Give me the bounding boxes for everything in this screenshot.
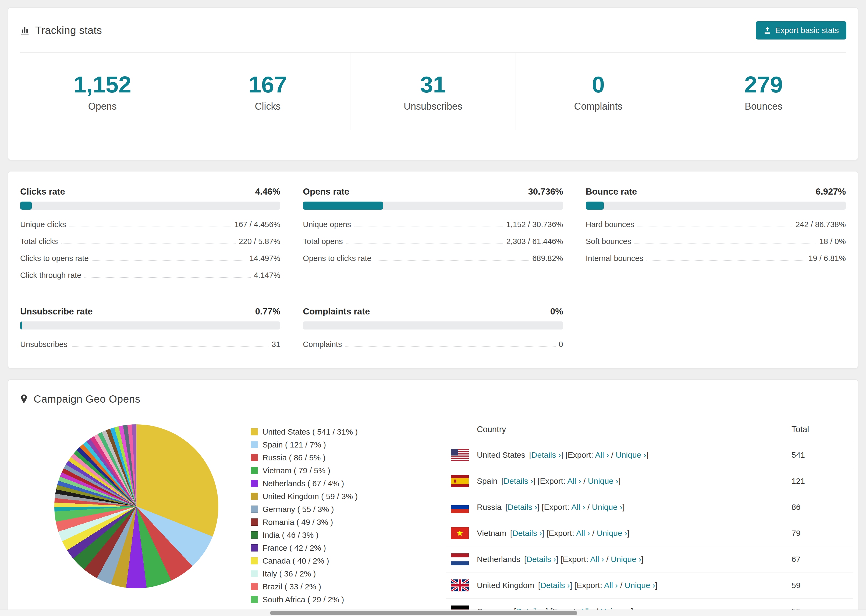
geo-table-row-united-kingdom: United Kingdom [Details ›] [Export: All … [446,572,853,599]
rate-head: Unsubscribe rate0.77% [20,306,280,317]
stat-line-label: Total opens [303,237,343,246]
export-all-link[interactable]: All › [590,555,604,564]
rate-value: 4.46% [255,187,280,197]
location-pin-icon [20,394,28,404]
dotted-leader [71,346,268,347]
country-total: 121 [792,476,848,486]
export-all-link[interactable]: All › [595,451,609,459]
dotted-leader [85,277,251,278]
flag-es-icon [451,475,469,487]
export-unique-link[interactable]: Unique › [625,581,655,590]
legend-swatch [251,557,258,564]
export-basic-stats-button[interactable]: Export basic stats [756,21,846,39]
legend-swatch [251,454,258,461]
rate-rows: Unsubscribes31 [20,336,280,353]
export-unique-link[interactable]: Unique › [588,476,618,486]
legend-label: Vietnam ( 79 / 5% ) [263,466,330,475]
stat-line-complaints: Complaints0 [303,336,563,353]
details-link[interactable]: Details › [512,529,542,537]
legend-swatch [251,480,258,487]
stat-box-unsubscribes: 31Unsubscribes [350,53,516,130]
legend-swatch [251,493,258,500]
stat-line-label: Unique clicks [20,220,66,229]
stat-line-label: Complaints [303,340,342,349]
country-name: United States [477,451,525,459]
legend-item-france: France ( 42 / 2% ) [251,542,375,555]
stat-line-unique-opens: Unique opens1,152 / 30.736% [303,216,563,233]
progress-bar-fill [20,201,32,210]
country-cell: Vietnam [Details ›] [Export: All › / Uni… [477,529,792,538]
rate-block-opens-rate: Opens rate30.736%Unique opens1,152 / 30.… [303,187,563,284]
legend-swatch [251,506,258,513]
stat-line-label: Opens to clicks rate [303,254,372,263]
legend-label: Germany ( 55 / 3% ) [263,505,334,514]
rate-title: Bounce rate [586,187,637,197]
country-name: United Kingdom [477,581,534,590]
legend-label: Brazil ( 33 / 2% ) [263,582,321,591]
pie-chart-area [19,417,218,599]
flag-us-icon [451,449,469,461]
legend-swatch [251,467,258,474]
rate-rows: Hard bounces242 / 86.738%Soft bounces18 … [586,216,846,267]
rate-head: Opens rate30.736% [303,187,563,197]
legend-label: Italy ( 36 / 2% ) [263,569,316,578]
stat-line-value: 167 / 4.456% [234,220,280,229]
legend-label: United States ( 541 / 31% ) [263,427,358,437]
legend-swatch [251,544,258,552]
legend-item-russia: Russia ( 86 / 5% ) [251,451,375,464]
export-all-link[interactable]: All › [604,581,618,590]
export-unique-link[interactable]: Unique › [592,503,622,511]
horizontal-scrollbar-thumb[interactable] [270,611,577,615]
stat-line-label: Clicks to opens rate [20,254,89,263]
legend-swatch [251,441,258,448]
stat-box-opens: 1,152Opens [20,53,185,130]
stat-line-label: Unsubscribes [20,340,68,349]
flag-ru-icon [451,501,469,513]
stat-line-label: Hard bounces [586,220,635,229]
geo-table-row-vietnam: Vietnam [Details ›] [Export: All › / Uni… [446,520,853,546]
export-unique-link[interactable]: Unique › [597,529,627,537]
dotted-leader [638,226,792,227]
details-link[interactable]: Details › [507,503,537,511]
country-name: Vietnam [477,529,506,537]
legend-item-vietnam: Vietnam ( 79 / 5% ) [251,464,375,477]
stat-line-click-through-rate: Click through rate4.147% [20,267,280,284]
stat-line-unique-clicks: Unique clicks167 / 4.456% [20,216,280,233]
stat-line-label: Soft bounces [586,237,631,246]
legend-swatch [251,531,258,539]
horizontal-scrollbar-track[interactable] [0,610,866,616]
rate-value: 6.927% [816,187,846,197]
country-column-header: Country [477,425,792,434]
export-all-link[interactable]: All › [567,476,581,486]
stat-label: Opens [20,101,185,112]
progress-bar [20,321,280,330]
legend-item-brazil: Brazil ( 33 / 2% ) [251,580,375,593]
details-link[interactable]: Details › [526,555,556,564]
pie-legend: United States ( 541 / 31% )Spain ( 121 /… [251,426,375,606]
export-all-link[interactable]: All › [576,529,590,537]
stat-value: 167 [185,72,350,97]
progress-bar-fill [20,321,22,330]
country-name: Russia [477,503,502,511]
rate-title: Opens rate [303,187,349,197]
rate-head: Clicks rate4.46% [20,187,280,197]
rate-title: Clicks rate [20,187,65,197]
export-unique-link[interactable]: Unique › [616,451,646,459]
legend-swatch [251,428,258,435]
legend-label: Netherlands ( 67 / 4% ) [263,479,344,488]
country-cell: United States [Details ›] [Export: All ›… [477,451,792,460]
rate-title: Unsubscribe rate [20,306,93,317]
details-link[interactable]: Details › [531,451,561,459]
export-all-link[interactable]: All › [571,503,585,511]
details-link[interactable]: Details › [540,581,570,590]
export-unique-link[interactable]: Unique › [611,555,641,564]
country-total: 79 [792,529,848,538]
details-link[interactable]: Details › [504,476,533,486]
country-cell: Netherlands [Details ›] [Export: All › /… [477,555,792,564]
geo-table-header-row: Country Total [446,417,853,442]
rate-title: Complaints rate [303,306,370,317]
dotted-leader [346,244,503,244]
rates-grid: Clicks rate4.46%Unique clicks167 / 4.456… [20,187,846,353]
export-button-label: Export basic stats [775,26,839,35]
country-cell: Spain [Details ›] [Export: All › / Uniqu… [477,476,792,486]
